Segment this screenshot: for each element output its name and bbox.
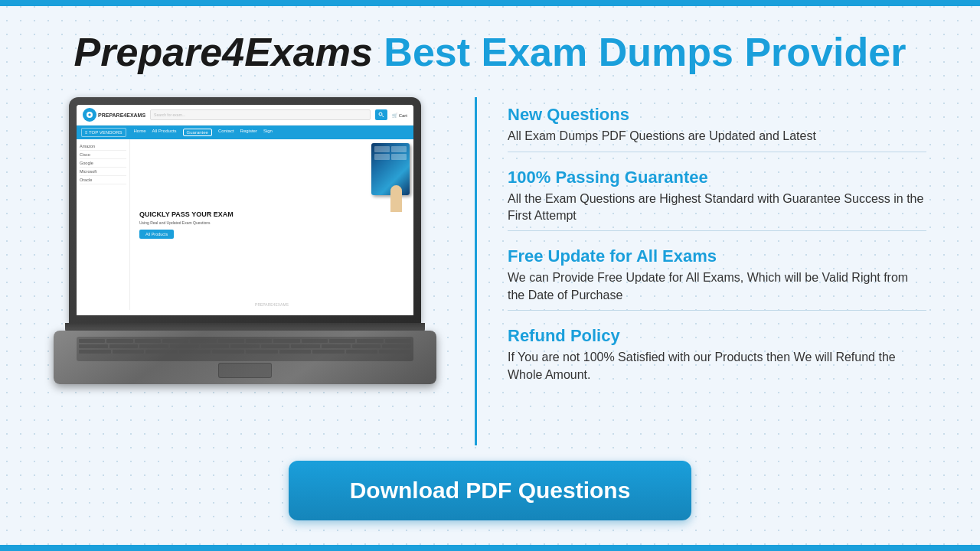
keyboard-rows (77, 337, 413, 356)
feature-item-free-update: Free Update for All Exams We can Provide… (508, 246, 926, 311)
vertical-divider (475, 97, 477, 445)
mock-vendors-bar: ≡ TOP VENDORS Home All Products Guarante… (77, 126, 413, 139)
header: Prepare4Exams Best Exam Dumps Provider (74, 31, 906, 74)
mock-hero-title: QUICKLY PASS YOUR EXAM (139, 210, 234, 219)
feature-item-refund-policy: Refund Policy If You are not 100% Satisf… (508, 326, 926, 383)
page-container: Prepare4Exams Best Exam Dumps Provider (0, 0, 980, 551)
mock-body: Amazon Cisco Google Microsoft Oracle QUI… (77, 139, 413, 310)
main-content: PREPARE4EXAMS Search for exam... (46, 97, 934, 445)
svg-point-1 (379, 112, 382, 116)
mock-logo-icon (83, 108, 96, 122)
mock-logo: PREPARE4EXAMS (83, 108, 145, 122)
page-title: Prepare4Exams Best Exam Dumps Provider (74, 31, 906, 74)
mock-sidebar-item: Google (80, 159, 126, 168)
download-button[interactable]: Download PDF Questions (289, 461, 692, 520)
laptop-wrapper: PREPARE4EXAMS Search for exam... (54, 97, 436, 388)
mock-logo-text: PREPARE4EXAMS (98, 112, 145, 118)
feature-title-refund-policy: Refund Policy (508, 326, 926, 346)
mock-sidebar-item: Amazon (80, 142, 126, 151)
mock-sidebar-item: Cisco (80, 151, 126, 159)
feature-title-new-questions: New Questions (508, 105, 926, 125)
feature-desc-new-questions: All Exam Dumps PDF Questions are Updated… (508, 128, 926, 145)
mock-navbar: PREPARE4EXAMS Search for exam... (77, 105, 413, 126)
laptop-screen-inner: PREPARE4EXAMS Search for exam... (77, 105, 413, 315)
feature-item-new-questions: New Questions All Exam Dumps PDF Questio… (508, 105, 926, 152)
laptop-keyboard-area (54, 331, 436, 384)
laptop-touchpad (218, 363, 272, 378)
feature-title-passing-guarantee: 100% Passing Guarantee (508, 168, 926, 187)
feature-desc-passing-guarantee: All the Exam Questions are Highest Stand… (508, 191, 926, 225)
features-section: New Questions All Exam Dumps PDF Questio… (508, 97, 934, 383)
feature-divider (508, 230, 926, 231)
laptop-screen-outer: PREPARE4EXAMS Search for exam... (69, 97, 421, 323)
brand-name: Prepare4Exams (74, 30, 373, 74)
feature-desc-free-update: We can Provide Free Update for All Exams… (508, 269, 926, 304)
laptop-base (54, 323, 436, 388)
mock-main: QUICKLY PASS YOUR EXAM Using Real and Up… (130, 139, 413, 310)
tagline: Best Exam Dumps Provider (384, 30, 906, 74)
mock-sidebar: Amazon Cisco Google Microsoft Oracle (77, 139, 130, 310)
feature-desc-refund-policy: If You are not 100% Satisfied with our P… (508, 349, 926, 383)
mock-product-image (356, 143, 410, 212)
laptop-keyboard (77, 337, 413, 361)
mock-sidebar-item: Microsoft (80, 168, 126, 176)
website-mockup: PREPARE4EXAMS Search for exam... (77, 105, 413, 315)
mock-sidebar-item: Oracle (80, 176, 126, 184)
mock-nav-links: Home All Products Guarantee Contact Regi… (134, 129, 273, 136)
feature-divider (508, 310, 926, 311)
keyboard-row (79, 344, 411, 348)
mock-search-bar: Search for exam... (150, 109, 371, 120)
keyboard-row (79, 350, 411, 354)
mock-hero-subtitle: Using Real and Updated Exam Questions (139, 221, 234, 226)
feature-divider (508, 152, 926, 152)
feature-item-passing-guarantee: 100% Passing Guarantee All the Exam Ques… (508, 168, 926, 232)
download-section: Download PDF Questions (289, 461, 692, 520)
mock-cart: 🛒 Cart (392, 112, 407, 118)
laptop-section: PREPARE4EXAMS Search for exam... (46, 97, 444, 388)
feature-title-free-update: Free Update for All Exams (508, 246, 926, 266)
mock-hero-text: QUICKLY PASS YOUR EXAM Using Real and Up… (139, 210, 234, 240)
mock-watermark: PREPARE4EXAMS (255, 302, 289, 307)
mock-all-products-btn: All Products (139, 230, 174, 240)
mock-search-button (375, 109, 387, 120)
keyboard-row (79, 339, 411, 343)
svg-line-2 (382, 116, 384, 117)
mock-top-vendors-btn: ≡ TOP VENDORS (81, 128, 126, 137)
